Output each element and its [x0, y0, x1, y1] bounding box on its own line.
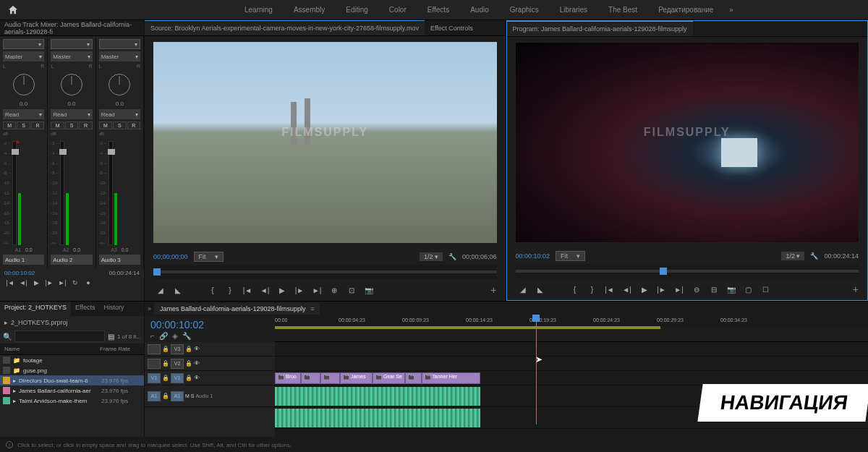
video-clip[interactable]: 🎬 Broo — [275, 372, 301, 384]
step-forward-icon[interactable]: |► — [43, 278, 55, 288]
toggle-output-icon[interactable]: 👁 — [194, 375, 200, 381]
filter-icon[interactable]: ▤ — [108, 333, 114, 341]
channel-assign-dropdown[interactable]: ▾ — [99, 39, 140, 49]
pan-knob[interactable] — [109, 74, 130, 95]
lock-icon[interactable]: 🔒 — [162, 346, 169, 352]
search-icon[interactable]: 🔍 — [3, 333, 12, 341]
insert-icon[interactable]: ⊕ — [327, 283, 341, 297]
go-to-out-icon[interactable]: ►| — [672, 283, 686, 296]
source-patch[interactable]: A1 — [148, 391, 161, 401]
marker-icon[interactable]: ◈ — [172, 332, 178, 340]
toggle-output-icon[interactable]: 👁 — [194, 360, 200, 367]
go-to-in-icon[interactable]: |◄ — [240, 283, 255, 297]
workspace-libraries[interactable]: Libraries — [551, 2, 596, 17]
pan-knob[interactable] — [13, 74, 35, 95]
step-forward-icon[interactable]: |► — [655, 283, 669, 296]
workspace-assembly[interactable]: Assembly — [285, 2, 333, 17]
timeline-ruler[interactable]: 00:0000:00:04:2300:00:09:2300:00:14:2300… — [275, 316, 868, 342]
channel-name[interactable]: Audio 2 — [51, 255, 92, 265]
channel-assign-dropdown[interactable]: ▾ — [3, 39, 44, 49]
go-to-in-icon[interactable]: |◄ — [4, 278, 16, 288]
source-viewer[interactable]: FILMSUPPLY — [153, 42, 497, 243]
pan-knob[interactable] — [61, 74, 82, 95]
source-tab[interactable]: Source: Brooklyn Aerials-experimental-ca… — [145, 20, 425, 35]
channel-assign-dropdown[interactable]: ▾ — [51, 39, 92, 49]
channel-name[interactable]: Audio 3 — [99, 255, 140, 265]
video-clip[interactable]: 🎬 — [405, 372, 422, 384]
settings-icon[interactable]: 🔧 — [182, 332, 191, 340]
go-to-out-icon[interactable]: ►| — [310, 283, 324, 297]
project-tab[interactable]: Effects — [71, 302, 99, 316]
track-target[interactable]: V1 — [171, 373, 184, 383]
video-track[interactable] — [275, 357, 868, 371]
workspace-learning[interactable]: Learning — [236, 2, 281, 17]
toggle-output-icon[interactable]: 👁 — [194, 346, 200, 352]
mark-in-icon[interactable]: ◢ — [153, 283, 168, 297]
play-icon[interactable]: ▶ — [275, 283, 289, 297]
video-track-header[interactable]: 🔒V3🔒👁 — [145, 342, 275, 357]
export-frame-icon[interactable]: 📷 — [362, 283, 376, 297]
output-dropdown[interactable]: Master▾ — [3, 51, 44, 61]
video-track[interactable] — [275, 342, 868, 357]
audio-track-header[interactable]: A1🔒A1M SAudio 1 — [145, 385, 275, 407]
program-viewer[interactable]: FILMSUPPLY — [516, 43, 859, 242]
lock-icon[interactable]: 🔒 — [162, 375, 169, 381]
sync-lock-icon[interactable]: 🔒 — [185, 360, 192, 367]
go-to-out-icon[interactable]: ►| — [56, 278, 68, 288]
project-search-input[interactable] — [14, 331, 105, 342]
s-button[interactable]: S — [113, 121, 126, 129]
snap-icon[interactable]: ⌐ — [150, 332, 155, 340]
record-icon[interactable]: ● — [82, 278, 94, 288]
close-tab-icon[interactable]: ≡ — [310, 305, 314, 312]
source-zoom-dropdown[interactable]: Fit▾ — [194, 252, 224, 262]
track-target[interactable]: V3 — [171, 344, 184, 354]
source-timecode[interactable]: 00;00;00;00 — [153, 253, 188, 260]
track-target[interactable]: V2 — [171, 359, 184, 369]
video-clip[interactable]: 🎬 Gear Se — [373, 372, 405, 384]
home-icon[interactable] — [7, 4, 19, 16]
s-button[interactable]: S — [17, 121, 30, 129]
workspace-color[interactable]: Color — [380, 2, 415, 17]
step-back-icon[interactable]: ◄| — [620, 283, 634, 296]
mark-out-icon[interactable]: ◣ — [533, 283, 548, 296]
workspace-effects[interactable]: Effects — [419, 2, 458, 17]
r-button[interactable]: R — [127, 121, 140, 129]
workspace-graphics[interactable]: Graphics — [501, 2, 548, 17]
safe-margins-icon[interactable]: ☐ — [759, 283, 773, 296]
linked-selection-icon[interactable]: 🔗 — [159, 332, 168, 340]
video-track-header[interactable]: V1🔒V1🔒👁 — [145, 371, 275, 385]
column-name-header[interactable]: Name — [4, 346, 100, 352]
volume-fader[interactable] — [60, 141, 64, 245]
video-clip[interactable]: 🎬 — [301, 372, 320, 384]
effect-controls-tab[interactable]: Effect Controls — [425, 20, 479, 35]
add-button-icon[interactable]: + — [490, 284, 496, 296]
play-icon[interactable]: ▶ — [30, 278, 42, 288]
project-item[interactable]: ▸ James Ballard-california-aer23.976 fps — [0, 385, 144, 396]
source-scrubber[interactable] — [153, 265, 497, 279]
audio-mixer-tab[interactable]: Audio Track Mixer: James Ballard-califor… — [0, 20, 144, 36]
more-workspaces-icon[interactable]: » — [722, 2, 741, 17]
source-resolution-dropdown[interactable]: 1/2 ▾ — [420, 252, 443, 261]
video-track-header[interactable]: 🔒V2🔒👁 — [145, 357, 275, 371]
source-patch[interactable] — [148, 359, 161, 369]
loop-icon[interactable]: ↻ — [69, 278, 81, 288]
m-button[interactable]: M — [3, 121, 16, 129]
export-frame-icon[interactable]: 📷 — [724, 283, 739, 296]
marker-icon[interactable]: { — [205, 283, 220, 297]
workspace-редактирование[interactable]: Редактирование — [650, 2, 722, 17]
project-item[interactable]: 📁 footage — [0, 355, 144, 365]
workspace-editing[interactable]: Editing — [337, 2, 377, 17]
automation-dropdown[interactable]: Read▾ — [99, 109, 140, 119]
project-item[interactable]: ▸ Directors Duo-swat-team-623.976 fps — [0, 375, 144, 385]
project-tab[interactable]: Project: 2_HOTKEYS — [0, 302, 71, 316]
program-tab[interactable]: Program: James Ballard-california-aerial… — [507, 21, 693, 36]
automation-dropdown[interactable]: Read▾ — [51, 109, 92, 119]
source-patch[interactable]: V1 — [148, 373, 161, 383]
settings-icon[interactable]: 🔧 — [810, 252, 818, 260]
m-button[interactable]: M — [51, 121, 64, 129]
video-clip[interactable]: 🎬 James — [340, 372, 373, 384]
comparison-icon[interactable]: ▢ — [741, 283, 756, 296]
sequence-tab[interactable]: James Ballard-california-aerials-129028-… — [154, 303, 320, 315]
project-item[interactable]: ▸ Taimi Arvidson-make-them23.976 fps — [0, 396, 144, 406]
source-patch[interactable] — [148, 344, 161, 354]
